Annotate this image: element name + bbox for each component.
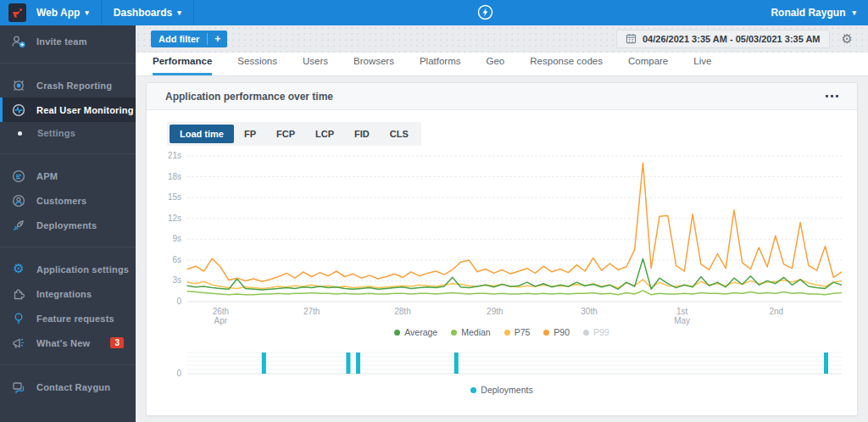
tab-sessions[interactable]: Sessions — [237, 56, 277, 75]
legend-label: Median — [461, 327, 490, 337]
metric-tab-fid[interactable]: FID — [344, 125, 380, 143]
performance-panel: Application performance over time Load t… — [146, 82, 858, 416]
metric-tab-lcp[interactable]: LCP — [305, 125, 344, 143]
svg-text:0: 0 — [176, 297, 181, 306]
legend-label: P75 — [515, 327, 531, 337]
chevron-down-icon: ▾ — [852, 8, 856, 17]
svg-text:12s: 12s — [168, 214, 181, 223]
legend-dot-icon — [583, 330, 589, 336]
gear-icon[interactable]: ⚙ — [842, 33, 853, 46]
app-switcher-label: Web App — [36, 7, 80, 19]
sidebar-item-apm[interactable]: APM — [0, 164, 136, 188]
sidebar-item-contact-raygun[interactable]: Contact Raygun — [0, 375, 136, 399]
apm-icon — [11, 169, 26, 184]
svg-text:21s: 21s — [168, 151, 181, 160]
sidebar-item-label: Invite team — [36, 36, 87, 47]
lightning-bolt-icon[interactable] — [476, 3, 494, 25]
legend-item-p99[interactable]: P99 — [583, 327, 609, 337]
add-filter-button[interactable]: Add filter + — [151, 31, 227, 47]
deployments-bar-chart[interactable]: 0 — [150, 349, 842, 380]
sidebar-item-customers[interactable]: Customers — [0, 188, 136, 213]
svg-text:26th: 26th — [213, 307, 229, 316]
tab-geo[interactable]: Geo — [487, 56, 505, 75]
svg-text:1st: 1st — [676, 307, 688, 316]
tab-performance[interactable]: Performance — [153, 56, 212, 75]
sidebar-item-label: Customers — [36, 196, 86, 206]
svg-text:28th: 28th — [394, 307, 410, 316]
metric-tab-group: Load time FP FCP LCP FID CLS — [167, 122, 421, 146]
sidebar-item-label: Crash Reporting — [36, 81, 112, 91]
sidebar-item-label: What's New — [36, 338, 90, 348]
sidebar-item-settings[interactable]: Settings — [0, 122, 136, 144]
metric-tab-fcp[interactable]: FCP — [266, 125, 305, 143]
legend-label: Average — [404, 327, 437, 337]
legend-dot-icon — [504, 330, 510, 336]
sidebar-item-feature-requests[interactable]: Feature requests — [0, 306, 136, 330]
app-switcher[interactable]: Web App ▾ — [36, 0, 101, 25]
svg-text:0: 0 — [176, 369, 181, 378]
chevron-down-icon: ▾ — [85, 8, 89, 17]
gear-icon: ⚙ — [11, 262, 26, 277]
legend-dot-icon — [543, 330, 549, 336]
bullet-icon — [18, 131, 22, 136]
chevron-down-icon: ▾ — [177, 8, 181, 17]
sidebar-item-label: Deployments — [36, 220, 97, 230]
svg-text:30th: 30th — [581, 307, 597, 316]
metric-tab-load-time[interactable]: Load time — [170, 125, 234, 143]
tab-users[interactable]: Users — [303, 56, 328, 75]
legend-item-average[interactable]: Average — [394, 327, 437, 337]
tab-platforms[interactable]: Platforms — [420, 56, 461, 75]
sidebar-item-whats-new[interactable]: What's New 3 — [0, 330, 136, 355]
divider — [0, 153, 136, 154]
legend-label: P99 — [593, 327, 609, 337]
sidebar-item-deployments[interactable]: Deployments — [0, 213, 136, 237]
date-range-value: 04/26/2021 3:35 AM - 05/03/2021 3:35 AM — [643, 34, 821, 44]
divider — [0, 247, 136, 247]
divider — [0, 364, 136, 365]
sidebar-item-invite-team[interactable]: Invite team — [0, 29, 136, 53]
customers-icon — [11, 193, 26, 208]
tab-live[interactable]: Live — [693, 56, 711, 75]
tab-response-codes[interactable]: Response codes — [530, 56, 603, 75]
ellipsis-menu-icon[interactable] — [822, 92, 842, 101]
sidebar-item-label: Real User Monitoring — [36, 105, 134, 115]
plus-icon: + — [207, 33, 227, 45]
legend-dot-icon — [394, 330, 400, 336]
metric-tab-fp[interactable]: FP — [234, 125, 266, 143]
svg-text:6s: 6s — [172, 255, 181, 264]
svg-text:2nd: 2nd — [769, 307, 783, 316]
tab-browsers[interactable]: Browsers — [353, 56, 394, 75]
metric-tab-cls[interactable]: CLS — [380, 125, 419, 143]
sidebar-item-application-settings[interactable]: ⚙ Application settings — [0, 257, 136, 281]
whats-new-badge: 3 — [110, 337, 124, 348]
puzzle-icon — [11, 286, 26, 302]
sidebar-item-real-user-monitoring[interactable]: Real User Monitoring — [0, 97, 136, 122]
chat-icon — [11, 380, 26, 395]
sidebar-item-label: Settings — [37, 128, 75, 138]
dashboards-menu[interactable]: Dashboards ▾ — [102, 0, 193, 25]
dashboards-menu-label: Dashboards — [114, 7, 172, 19]
sidebar-item-crash-reporting[interactable]: Crash Reporting — [0, 73, 136, 97]
user-menu[interactable]: Ronald Raygun ▾ — [771, 0, 856, 25]
legend-item-p75[interactable]: P75 — [504, 327, 531, 337]
svg-text:15s: 15s — [168, 192, 181, 202]
raygun-logo-icon[interactable] — [8, 3, 26, 22]
divider — [0, 63, 136, 64]
svg-text:27th: 27th — [303, 307, 320, 316]
sidebar-item-integrations[interactable]: Integrations — [0, 281, 136, 306]
tab-compare[interactable]: Compare — [628, 56, 668, 75]
legend-item-p90[interactable]: P90 — [543, 327, 570, 337]
calendar-icon — [626, 33, 637, 46]
tabs-bar: Performance Sessions Users Browsers Plat… — [136, 53, 868, 76]
crash-reporting-icon — [11, 78, 26, 93]
legend-item-deployments[interactable]: Deployments — [470, 385, 532, 395]
legend-item-median[interactable]: Median — [451, 327, 490, 337]
performance-line-chart[interactable]: 03s6s9s12s15s18s21s26thApr27th28th29th30… — [150, 151, 842, 325]
legend-label: Deployments — [481, 385, 532, 395]
sidebar-item-label: Integrations — [36, 289, 92, 299]
panel-title: Application performance over time — [165, 91, 333, 103]
divider — [193, 0, 194, 25]
svg-text:3s: 3s — [172, 275, 181, 285]
deployments-icon — [11, 218, 26, 233]
date-range-picker[interactable]: 04/26/2021 3:35 AM - 05/03/2021 3:35 AM — [616, 30, 830, 48]
